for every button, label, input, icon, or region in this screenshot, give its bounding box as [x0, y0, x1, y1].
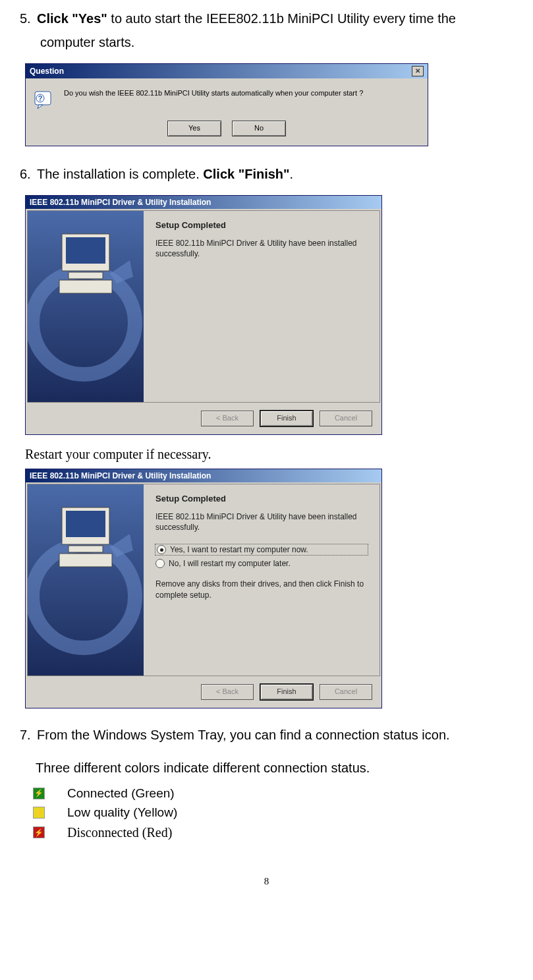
cancel-button[interactable]: Cancel — [320, 684, 372, 700]
finish-button[interactable]: Finish — [260, 411, 313, 426]
step5-bold: Click "Yes" — [37, 11, 107, 26]
dialog-titlebar: IEEE 802.11b MiniPCI Driver & Utility In… — [26, 469, 381, 482]
wizard-buttons: < Back Finish Cancel — [26, 404, 381, 434]
dialog-titlebar: IEEE 802.11b MiniPCI Driver & Utility In… — [26, 196, 381, 209]
step5-line2: computer starts. — [40, 30, 513, 54]
wizard-side-image — [28, 484, 144, 676]
tray-icon-green: ⚡ — [33, 788, 45, 799]
radio-restart-now[interactable]: Yes, I want to restart my computer now. — [155, 544, 368, 555]
radio-label: No, I will restart my computer later. — [169, 559, 291, 568]
cancel-button[interactable]: Cancel — [320, 411, 372, 426]
dialog-titlebar: Question ✕ — [26, 64, 428, 78]
wizard-main: Setup Completed IEEE 802.11b MiniPCI Dri… — [144, 211, 379, 402]
status-label: Disconnected (Red) — [67, 822, 172, 843]
svg-rect-13 — [69, 546, 103, 552]
status-label: Connected (Green) — [67, 784, 175, 803]
no-button[interactable]: No — [232, 121, 286, 136]
status-low: ⚡ Low quality (Yellow) — [33, 803, 513, 822]
tray-icon-yellow: ⚡ — [33, 807, 45, 819]
wizard-dialog-1: IEEE 802.11b MiniPCI Driver & Utility In… — [25, 195, 382, 435]
radio-label: Yes, I want to restart my computer now. — [170, 545, 308, 554]
svg-text:?: ? — [38, 94, 43, 102]
step-6: 6.The installation is complete. Click "F… — [20, 162, 513, 186]
restart-note: Restart your computer if necessary. — [25, 447, 513, 462]
radio-icon — [155, 559, 165, 568]
step-num: 6. — [20, 162, 37, 186]
dialog-body: ? Do you wish the IEEE 802.11b MiniPCI U… — [26, 78, 428, 117]
yes-button[interactable]: Yes — [167, 121, 221, 136]
wizard-heading: Setup Completed — [155, 494, 368, 504]
svg-rect-8 — [59, 280, 112, 293]
close-icon[interactable]: ✕ — [412, 66, 424, 76]
wizard-dialog-2: IEEE 802.11b MiniPCI Driver & Utility In… — [25, 469, 382, 708]
step-num: 5. — [20, 7, 37, 30]
back-button[interactable]: < Back — [201, 411, 254, 426]
wizard-heading: Setup Completed — [155, 220, 368, 230]
svg-rect-14 — [59, 554, 112, 567]
step6-bold: Click "Finish" — [203, 167, 289, 181]
svg-rect-6 — [66, 237, 105, 264]
page-number: 8 — [20, 876, 513, 887]
step6-period: . — [290, 167, 294, 181]
status-connected: ⚡ Connected (Green) — [33, 784, 513, 803]
radio-restart-later[interactable]: No, I will restart my computer later. — [155, 559, 368, 568]
question-dialog: Question ✕ ? Do you wish the IEEE 802.11… — [25, 63, 428, 146]
svg-rect-12 — [66, 511, 105, 537]
step-num: 7. — [20, 723, 37, 747]
wizard-message-2: Remove any disks from their drives, and … — [155, 579, 368, 600]
step6-text: The installation is complete. — [37, 167, 203, 181]
step7-text: From the Windows System Tray, you can fi… — [37, 728, 450, 742]
question-icon: ? — [34, 89, 55, 110]
radio-icon — [157, 545, 166, 554]
back-button[interactable]: < Back — [201, 684, 254, 700]
status-label: Low quality (Yellow) — [67, 803, 177, 822]
step5-rest: to auto start the IEEE802.11b MiniPCI Ut… — [107, 11, 456, 26]
finish-button[interactable]: Finish — [260, 684, 313, 700]
wizard-buttons: < Back Finish Cancel — [26, 677, 381, 708]
dialog-body: Setup Completed IEEE 802.11b MiniPCI Dri… — [27, 210, 380, 403]
status-list: ⚡ Connected (Green) ⚡ Low quality (Yello… — [33, 784, 513, 843]
tray-icon-red: ⚡ — [33, 826, 45, 838]
dialog-title: Question — [30, 67, 64, 76]
wizard-main: Setup Completed IEEE 802.11b MiniPCI Dri… — [144, 484, 379, 676]
step7-sub: Three different colors indicate differen… — [36, 756, 513, 780]
wizard-message: IEEE 802.11b MiniPCI Driver & Utility ha… — [155, 238, 368, 259]
svg-rect-7 — [69, 272, 103, 279]
wizard-side-image — [28, 211, 144, 402]
step-5: 5.Click "Yes" to auto start the IEEE802.… — [20, 7, 513, 54]
dialog-message: Do you wish the IEEE 802.11b MiniPCI Uti… — [64, 89, 363, 97]
step-7: 7.From the Windows System Tray, you can … — [20, 723, 513, 747]
wizard-message: IEEE 802.11b MiniPCI Driver & Utility ha… — [155, 511, 368, 533]
dialog-body: Setup Completed IEEE 802.11b MiniPCI Dri… — [27, 484, 380, 676]
status-disconnected: ⚡ Disconnected (Red) — [33, 822, 513, 843]
dialog-buttons: Yes No — [26, 117, 428, 146]
